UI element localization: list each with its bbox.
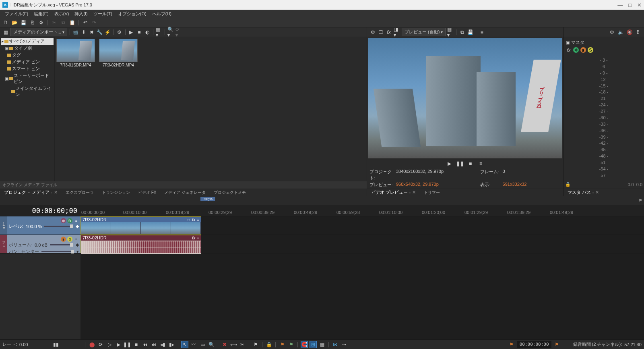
paste-icon[interactable]: 📋 bbox=[69, 19, 75, 26]
tab-master-bus[interactable]: マスタ バス▫✕ bbox=[564, 189, 603, 196]
normal-edit-icon[interactable]: ↖ bbox=[182, 341, 188, 348]
preview-stop-icon[interactable]: ■ bbox=[467, 160, 474, 167]
master-faders-icon[interactable]: 🎚 bbox=[635, 29, 642, 35]
bin-smart-bins[interactable]: スマート ビン bbox=[1, 65, 54, 72]
menu-tools[interactable]: ツール(T) bbox=[91, 10, 115, 18]
track-fx-icon[interactable]: fx bbox=[67, 218, 72, 223]
marker-icon[interactable]: ⚑ bbox=[252, 341, 259, 348]
bin-by-type[interactable]: ▣ タイプ別 bbox=[1, 45, 54, 52]
menu-file[interactable]: ファイル(F) bbox=[2, 10, 31, 18]
master-solo-icon[interactable]: S bbox=[588, 47, 593, 53]
track-solo-icon[interactable]: S bbox=[67, 237, 72, 242]
record-icon[interactable]: ⬤ bbox=[89, 341, 95, 348]
preview-viewport[interactable]: プリプラ 21 bbox=[368, 38, 562, 158]
refresh-icon[interactable]: ⟳ ▾ bbox=[175, 29, 182, 35]
splitscreen-icon[interactable]: ◨ ▾ bbox=[394, 29, 400, 35]
play-icon[interactable]: ▶ bbox=[128, 29, 134, 35]
ripple-icon[interactable]: ⤳ bbox=[341, 341, 347, 348]
play-icon[interactable]: ▶ bbox=[115, 341, 122, 348]
vol-kf-icon[interactable]: ◆ bbox=[76, 242, 79, 247]
overlay-icon[interactable]: ▦ ▾ bbox=[447, 29, 454, 35]
auto-crossfade-icon[interactable]: ⋈ bbox=[332, 341, 339, 348]
marker-flag-icon[interactable]: ⚑ bbox=[638, 198, 642, 203]
track-menu-icon[interactable]: ≡ bbox=[74, 218, 79, 223]
track-motion-icon[interactable]: ⊕ bbox=[61, 218, 66, 223]
flag2-icon[interactable]: ⚑ bbox=[554, 341, 560, 348]
preview-menu-icon[interactable]: ≡ bbox=[478, 160, 484, 167]
bottom-timecode[interactable]: 00:00:00;00 bbox=[517, 341, 551, 348]
track-arm-icon[interactable]: ◗ bbox=[61, 237, 66, 242]
snapshot-copy-icon[interactable]: ⧉ bbox=[459, 29, 465, 35]
tab-trimmer[interactable]: トリマー bbox=[420, 189, 444, 196]
media-clip-2[interactable]: 7R3-02HDR.MP4 bbox=[99, 39, 138, 67]
properties-icon[interactable]: ⚙ bbox=[38, 19, 44, 26]
fx-icon[interactable]: ⚡ bbox=[105, 29, 111, 35]
copy-icon[interactable]: ⧉ bbox=[60, 19, 66, 26]
selection-icon[interactable]: ▭ bbox=[199, 341, 206, 348]
minimize-button[interactable]: — bbox=[617, 2, 623, 8]
close-button[interactable]: ✕ bbox=[637, 2, 642, 8]
bin-tags[interactable]: タグ bbox=[1, 52, 54, 58]
media-import-dropdown[interactable]: メディアのインポート... ▾ bbox=[10, 28, 67, 36]
tab-media-generators[interactable]: メディア ジェネレータ bbox=[160, 189, 210, 196]
snapshot-save-icon[interactable]: 💾 bbox=[467, 29, 473, 35]
preview-quality-dropdown[interactable]: プレビュー (自動) ▾ bbox=[402, 28, 446, 36]
tab-project-media[interactable]: プロジェクト メディア▫✕ bbox=[0, 189, 62, 196]
auto-ripple-icon[interactable]: 🧲 bbox=[301, 341, 308, 348]
master-auto-icon[interactable]: ❋ bbox=[573, 47, 579, 53]
timeline-marker-bar[interactable]: +28;15 ⚑ bbox=[0, 196, 644, 205]
flag-icon[interactable]: ⚑ bbox=[508, 341, 515, 348]
split-icon[interactable]: ✂ bbox=[239, 341, 246, 348]
render-icon[interactable]: ⎘ bbox=[29, 19, 35, 26]
autopreview-icon[interactable]: ◐ bbox=[144, 29, 151, 35]
level-slider[interactable] bbox=[44, 226, 73, 227]
loop-icon[interactable]: ⟳ bbox=[97, 341, 104, 348]
snap-icon[interactable]: ⚑ bbox=[279, 341, 285, 348]
snap-enable-icon[interactable]: ⊞ bbox=[310, 341, 316, 348]
level-kf-icon[interactable]: ◆ bbox=[76, 224, 79, 229]
pause-icon[interactable]: ❚❚ bbox=[124, 341, 130, 348]
track-menu-icon[interactable]: ≡ bbox=[74, 237, 79, 242]
maximize-button[interactable]: □ bbox=[628, 2, 632, 8]
master-dim-icon[interactable]: 🔈 bbox=[617, 29, 624, 35]
tab-project-notes[interactable]: プロジェクトメモ bbox=[210, 189, 250, 196]
undo-icon[interactable]: ↶ bbox=[82, 19, 89, 26]
view-icon[interactable]: ▦ bbox=[2, 29, 9, 35]
video-clip[interactable]: 7R3-02HDR↔ fx ≡ bbox=[80, 216, 201, 235]
menu-view[interactable]: 表示(V) bbox=[52, 10, 72, 18]
save-icon[interactable]: 💾 bbox=[20, 19, 27, 26]
bin-all-media[interactable]: ▸ すべてのメディア bbox=[1, 38, 54, 45]
tab-transitions[interactable]: トランジション bbox=[98, 189, 134, 196]
search-icon[interactable]: 🔍 ▾ bbox=[167, 29, 174, 35]
preview-fx-icon[interactable]: fx bbox=[386, 29, 392, 35]
open-icon[interactable]: 📂 bbox=[11, 19, 18, 26]
new-icon[interactable]: 🗋 bbox=[2, 19, 9, 26]
track-1-lane[interactable]: 7R3-02HDR↔ fx ≡ bbox=[80, 216, 644, 235]
preview-play-icon[interactable]: ▶ bbox=[446, 160, 453, 167]
views-icon[interactable]: ▦ ▾ bbox=[156, 29, 162, 35]
bin-storyboard[interactable]: ▣ ストーリーボードビン bbox=[1, 72, 54, 85]
preview-settings-icon[interactable]: ⚙ bbox=[369, 29, 376, 35]
menu-insert[interactable]: 挿入(I) bbox=[72, 10, 90, 18]
media-bins-tree[interactable]: ▸ すべてのメディア ▣ タイプ別 タグ メディア ビン スマート ビン ▣ ス… bbox=[0, 37, 55, 181]
lock-icon[interactable]: 🔒 bbox=[266, 341, 272, 348]
next-frame-icon[interactable]: ▮▸ bbox=[168, 341, 175, 348]
lock-icon[interactable]: 🔒 bbox=[565, 182, 571, 187]
zoom-icon[interactable]: 🔍 bbox=[208, 341, 215, 348]
timeline-ruler[interactable]: 00:00:00;00 00:00:10;00 00:00:19;29 00:0… bbox=[80, 205, 644, 216]
envelope-icon[interactable]: 〰 bbox=[190, 341, 197, 348]
timeline-tracks[interactable]: 00:00:00;00 00:00:10;00 00:00:19;29 00:0… bbox=[80, 205, 644, 339]
preview-device-icon[interactable]: 🖵 bbox=[378, 29, 384, 35]
menu-options[interactable]: オプション(O) bbox=[116, 10, 149, 18]
menu-edit[interactable]: 編集(E) bbox=[31, 10, 51, 18]
track-2-lane[interactable]: 18:36:54: 7R3-02HDRfx ≡ bbox=[80, 235, 644, 253]
master-mute-icon[interactable]: 🔇 bbox=[626, 29, 633, 35]
tab-video-preview[interactable]: ビデオ プレビュー▫✕ bbox=[367, 189, 420, 196]
media-clip-1[interactable]: 7R3-01SDR.MP4 bbox=[56, 39, 95, 67]
tab-video-fx[interactable]: ビデオ FX bbox=[134, 189, 161, 196]
tab-explorer[interactable]: エクスプローラ bbox=[62, 189, 98, 196]
stop-icon[interactable]: ■ bbox=[133, 341, 139, 348]
hamburger-icon[interactable]: ≡ bbox=[479, 29, 485, 35]
rate-indicator-icon[interactable]: ▮▮ bbox=[53, 341, 59, 348]
stop-icon[interactable]: ■ bbox=[136, 29, 142, 35]
